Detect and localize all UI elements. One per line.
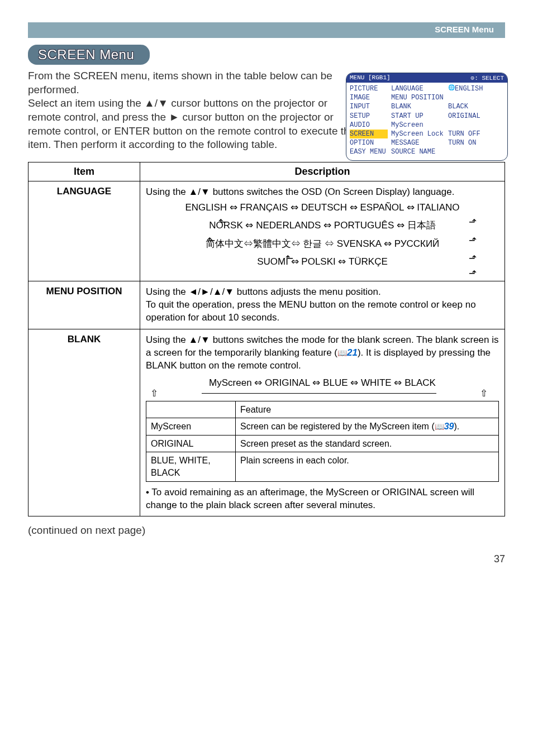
osd-right-row: SOURCE NAME — [391, 147, 504, 156]
osd-left-item: SCREEN — [350, 130, 388, 138]
osd-left-item: SETUP — [350, 112, 388, 121]
cycle-arrow-icon: ⬑ — [218, 213, 226, 231]
osd-right-label: MyScreen Lock — [391, 130, 448, 138]
header-bar: SCREEN Menu — [28, 22, 505, 38]
cycle-arrow-icon: ⬏ — [146, 271, 499, 276]
osd-header-right: ⊙: SELECT — [471, 74, 504, 82]
desc-language: Using the ▲/▼ buttons switches the OSD (… — [140, 181, 505, 281]
osd-right-label: MENU POSITION — [391, 93, 448, 102]
osd-right-label: START UP — [391, 112, 448, 121]
osd-right-value: TURN ON — [448, 138, 476, 147]
blank-note: • To avoid remaining as an afterimage, t… — [146, 486, 499, 512]
cycle-arrow-icon: ⬏ — [469, 232, 477, 250]
inner-k-myscreen: MyScreen — [146, 418, 236, 436]
osd-right-value: TURN OFF — [448, 130, 480, 138]
row-language: LANGUAGE Using the ▲/▼ buttons switches … — [28, 181, 505, 281]
col-head-desc: Description — [140, 162, 505, 181]
inner-row-myscreen: MyScreen Screen can be registered by the… — [146, 418, 499, 436]
osd-right-row: LANGUAGE🌐 ENGLISH — [391, 84, 504, 93]
item-language: LANGUAGE — [28, 181, 140, 281]
language-cycle-2: NORSK ⇔ NEDERLANDS ⇔ PORTUGUÊS ⇔ 日本語 — [209, 220, 435, 231]
osd-right-value: BLACK — [448, 102, 468, 111]
osd-right-label: MyScreen — [391, 121, 448, 130]
osd-right-label: MESSAGE — [391, 138, 448, 147]
osd-preview: MENU [RGB1] ⊙: SELECT PICTUREIMAGEINPUTS… — [346, 73, 508, 161]
inner-v-original: Screen preset as the standard screen. — [236, 435, 499, 452]
osd-right-row: MENU POSITION — [391, 93, 504, 102]
osd-left-item: EASY MENU — [350, 147, 388, 156]
osd-right-list: LANGUAGE🌐 ENGLISHMENU POSITIONBLANKBLACK… — [390, 83, 507, 160]
book-icon: 📖 — [337, 348, 347, 357]
item-menu-position: MENU POSITION — [28, 281, 140, 329]
inner-k-colors: BLUE, WHITE, BLACK — [146, 452, 236, 481]
inner-empty-cell — [146, 401, 236, 418]
col-head-item: Item — [28, 162, 140, 181]
inner-row-original: ORIGINAL Screen preset as the standard s… — [146, 435, 499, 452]
cycle-arrow-up-icon: ⇧ — [480, 390, 488, 398]
osd-right-row: BLANKBLACK — [391, 102, 504, 111]
blank-ref-21: 21 — [347, 347, 358, 358]
cycle-line — [202, 393, 436, 398]
language-cycle-1: ENGLISH ⇔ FRANÇAIS ⇔ DEUTSCH ⇔ ESPAÑOL ⇔… — [146, 199, 499, 217]
page-title-badge: SCREEN Menu — [28, 45, 150, 65]
row-menu-position: MENU POSITION Using the ◄/►/▲/▼ buttons … — [28, 281, 505, 329]
desc-menu-position: Using the ◄/►/▲/▼ buttons adjusts the me… — [140, 281, 505, 329]
cycle-arrow-up-icon: ⇧ — [150, 390, 158, 398]
osd-left-item: IMAGE — [350, 93, 388, 102]
language-cycle-4: SUOMI ⇔ POLSKI ⇔ TÜRKÇE — [257, 256, 388, 267]
osd-left-item: AUDIO — [350, 121, 388, 130]
page-number: 37 — [28, 553, 505, 565]
book-icon: 📖 — [435, 422, 444, 431]
inner-v-myscreen: Screen can be registered by the MyScreen… — [236, 418, 499, 436]
blank-ref-39: 39 — [444, 422, 454, 431]
header-section-label: SCREEN Menu — [435, 25, 494, 34]
osd-left-item: OPTION — [350, 138, 388, 147]
cycle-arrow-icon: ⬏ — [469, 250, 477, 267]
globe-icon: 🌐 — [448, 84, 455, 93]
inner-v-colors: Plain screens in each color. — [236, 452, 499, 481]
osd-right-row: START UPORIGINAL — [391, 112, 504, 121]
desc-blank: Using the ▲/▼ buttons switches the mode … — [140, 329, 505, 516]
language-cycle-3: 简体中文⇔繁體中文⇔ 한글 ⇔ SVENSKA ⇔ РУССКИЙ — [206, 238, 440, 249]
cycle-arrow-icon: ⬏ — [469, 213, 477, 231]
cycle-arrow-icon: ⬑ — [207, 232, 215, 250]
blank-inner-table: Feature MyScreen Screen can be registere… — [146, 401, 499, 482]
osd-right-label: LANGUAGE — [391, 84, 448, 93]
continued-label: (continued on next page) — [28, 524, 505, 537]
osd-left-item: PICTURE — [350, 84, 388, 93]
inner-head-feature: Feature — [236, 401, 499, 418]
osd-right-value: ENGLISH — [455, 84, 483, 93]
cycle-arrow-icon: ⬑ — [285, 250, 293, 267]
osd-right-label: BLANK — [391, 102, 448, 111]
osd-right-row: MyScreen — [391, 121, 504, 130]
osd-right-row: MESSAGETURN ON — [391, 138, 504, 147]
blank-paragraph: Using the ▲/▼ buttons switches the mode … — [146, 334, 499, 372]
inner-row-colors: BLUE, WHITE, BLACK Plain screens in each… — [146, 452, 499, 481]
osd-right-row: MyScreen LockTURN OFF — [391, 130, 504, 138]
language-intro: Using the ▲/▼ buttons switches the OSD (… — [146, 186, 499, 199]
blank-cycle: MyScreen ⇔ ORIGINAL ⇔ BLUE ⇔ WHITE ⇔ BLA… — [146, 377, 499, 390]
intro-text: From the SCREEN menu, items shown in the… — [28, 69, 358, 152]
settings-table: Item Description LANGUAGE Using the ▲/▼ … — [28, 162, 505, 516]
osd-left-list: PICTUREIMAGEINPUTSETUPAUDIOSCREENOPTIONE… — [346, 83, 390, 160]
osd-left-item: INPUT — [350, 102, 388, 111]
osd-header-left: MENU [RGB1] — [350, 74, 391, 82]
osd-preview-header: MENU [RGB1] ⊙: SELECT — [346, 73, 507, 83]
osd-right-value: ORIGINAL — [448, 112, 480, 121]
osd-right-label: SOURCE NAME — [391, 147, 448, 156]
row-blank: BLANK Using the ▲/▼ buttons switches the… — [28, 329, 505, 516]
item-blank: BLANK — [28, 329, 140, 516]
inner-k-original: ORIGINAL — [146, 435, 236, 452]
